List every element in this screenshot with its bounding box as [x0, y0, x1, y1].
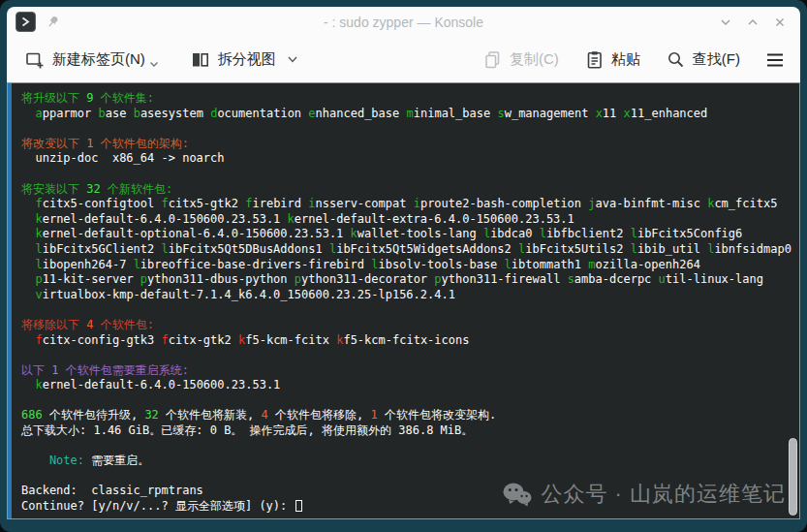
terminal-text-segment: ibfbclient2: [546, 227, 623, 240]
terminal-text-segment: 以下: [21, 363, 51, 377]
terminal-text-segment: l: [162, 242, 169, 256]
maximize-button[interactable]: [744, 14, 761, 31]
terminal-text-segment: 686: [21, 408, 43, 422]
terminal-text-segment: [21, 197, 35, 210]
terminal-text-segment: [21, 242, 35, 256]
terminal-text-segment: ibsolv-tools-base: [379, 258, 498, 271]
terminal-text-segment: p: [35, 272, 42, 286]
terminal-line: unzip-doc x86_64 -> noarch: [21, 151, 795, 167]
window-title: - : sudo zypper — Konsole: [7, 15, 800, 30]
terminal-line: [21, 393, 795, 409]
paste-button[interactable]: 粘贴: [584, 49, 640, 71]
terminal-line: kernel-default-6.4.0-150600.23.53.1 kern…: [21, 212, 795, 228]
terminal-text-segment: ozilla-openh264: [596, 258, 700, 271]
terminal-text-segment: 个软件包将改变架构.: [378, 408, 496, 422]
terminal-text-segment: a: [35, 107, 42, 120]
terminal-line: [21, 348, 795, 363]
minimize-button[interactable]: [717, 14, 734, 31]
pin-icon[interactable]: [43, 12, 63, 32]
copy-button[interactable]: 复制(C): [482, 49, 559, 71]
terminal-line: 将移除以下 4 个软件包:: [21, 318, 795, 333]
terminal-text-segment: [512, 242, 518, 256]
terminal-text-segment: ase: [106, 107, 127, 120]
scrollbar-handle[interactable]: [789, 438, 797, 516]
terminal-text-segment: [588, 107, 595, 120]
terminal-text-segment: wallet-tools-lang: [357, 227, 477, 240]
window-controls: [717, 14, 800, 31]
terminal-text-segment: [399, 107, 406, 120]
terminal-text-segment: ibreoffice-base-drivers-firebird: [140, 258, 364, 271]
terminal-text-segment: [232, 333, 238, 347]
terminal-text-segment: citx-gtk2: [169, 333, 232, 347]
terminal-text-segment: ython311-dbus-python: [147, 272, 288, 286]
terminal-text-segment: m: [588, 258, 595, 271]
terminal-text-segment: f: [162, 333, 169, 347]
terminal-text-segment: irtualbox-kmp-default-7.1.4_k6.4.0_15060…: [43, 288, 455, 301]
terminal-text-segment: 将升级以下: [21, 91, 86, 105]
terminal-text-segment: ython311-firewall: [442, 272, 561, 286]
terminal-text-segment: inimal_base: [414, 107, 490, 120]
terminal-view[interactable]: 将升级以下 9 个软件集: apparmor base basesystem d…: [7, 82, 800, 519]
terminal-text-segment: 个软件包需要重启系统:: [58, 363, 188, 377]
split-view-label: 拆分视图: [218, 50, 276, 69]
terminal-text-segment: [477, 227, 483, 240]
terminal-text-segment: k: [288, 212, 295, 226]
terminal-line: kernel-default-6.4.0-150600.23.53.1: [21, 378, 795, 393]
copy-label: 复制(C): [510, 50, 559, 69]
terminal-text-segment: cm_fcitx5: [714, 197, 777, 210]
terminal-text-segment: [91, 107, 98, 120]
find-label: 查找(F): [693, 50, 740, 69]
terminal-line: kernel-default-optional-6.4.0-150600.23.…: [21, 227, 795, 242]
terminal-text-segment: ibFcitx5Qt5WidgetsAddons2: [336, 242, 512, 256]
terminal-text-segment: v: [35, 288, 42, 301]
terminal-text-segment: 个软件包:: [93, 318, 153, 331]
terminal-text-segment: k: [35, 378, 42, 391]
terminal-text-segment: 11-kit-server: [43, 272, 134, 286]
terminal-text-segment: 4: [262, 408, 268, 422]
terminal-text-segment: ibFcitx5Utils2: [525, 242, 623, 256]
close-button[interactable]: [771, 14, 789, 31]
terminal-text-segment: 将安装以下: [21, 182, 86, 196]
terminal-text-segment: p: [434, 272, 441, 286]
terminal-text-segment: s: [497, 107, 504, 120]
terminal-text-segment: f: [162, 197, 169, 210]
new-tab-label: 新建标签页(N): [52, 50, 145, 69]
terminal-text-segment: ernel-default-6.4.0-150600.23.53.1: [43, 212, 281, 226]
terminal-text-segment: f: [35, 333, 42, 347]
terminal-text-segment: [406, 197, 413, 210]
terminal-line: [21, 439, 795, 454]
terminal-line: 以下 1 个软件包需要重启系统:: [21, 363, 795, 379]
find-button[interactable]: 查找(F): [666, 49, 740, 70]
terminal-text-segment: unzip-doc x86_64 -> noarch: [21, 151, 225, 165]
terminal-text-segment: [288, 272, 295, 286]
terminal-text-segment: 个软件包待升级,: [43, 408, 145, 422]
toolbar-left-group: 新建标签页(N) 拆分视图: [24, 49, 298, 71]
terminal-text-segment: 将移除以下: [21, 318, 86, 331]
terminal-text-segment: k: [35, 212, 42, 226]
terminal-line: apparmor base basesystem documentation e…: [21, 107, 795, 122]
terminal-text-segment: ibFcitx5Config6: [637, 227, 742, 240]
terminal-text-segment: l: [540, 227, 546, 240]
paste-icon: [584, 49, 605, 71]
terminal-text-segment: f5-kcm-fcitx-icons: [343, 333, 469, 347]
terminal-text-segment: p: [295, 272, 301, 286]
chevron-up-icon: [746, 16, 760, 29]
terminal-text-segment: nsserv-compat: [316, 197, 407, 210]
title-bar[interactable]: - : sudo zypper — Konsole: [7, 7, 800, 37]
split-view-button[interactable]: 拆分视图: [190, 49, 298, 71]
terminal-text-segment: ibtommath1: [512, 258, 581, 271]
terminal-text-segment: [280, 212, 287, 226]
chevron-down-icon: [149, 61, 159, 69]
new-tab-icon: [24, 49, 46, 71]
terminal-text-segment: e: [308, 107, 315, 120]
new-tab-button[interactable]: 新建标签页(N): [24, 49, 159, 71]
terminal-line: [21, 469, 795, 485]
terminal-text-segment: Backend: classic_rpmtrans: [21, 484, 203, 497]
terminal-text-segment: [21, 227, 35, 240]
konsole-window: - : sudo zypper — Konsole: [0, 0, 807, 532]
terminal-text-segment: [21, 288, 35, 301]
terminal-text-segment: ibFcitx5GClient2: [43, 242, 155, 256]
terminal-text-segment: ibopenh264-7: [43, 258, 127, 271]
menu-button[interactable]: [765, 51, 785, 69]
terminal-line: Continue? [y/n/v/...? 显示全部选项] (y):: [21, 499, 795, 515]
